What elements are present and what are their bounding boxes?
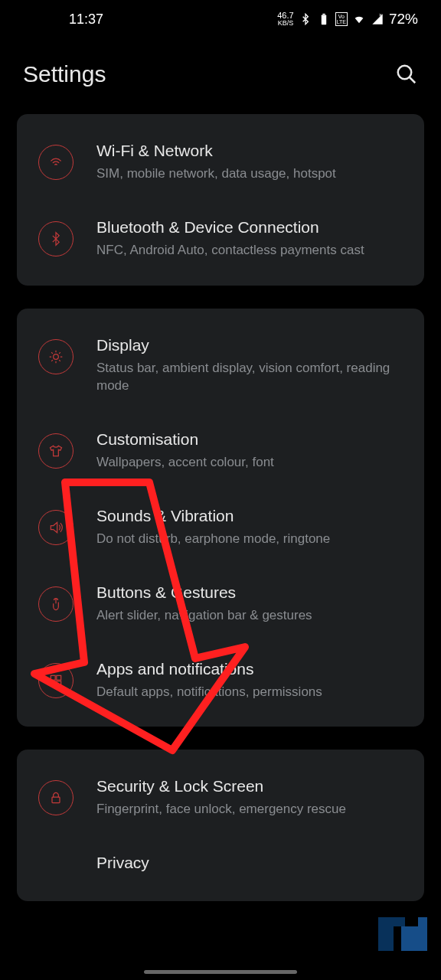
status-time: 11:37 (69, 11, 103, 28)
sound-icon (38, 510, 74, 545)
battery-percent: 72% (389, 11, 418, 28)
svg-point-5 (54, 354, 59, 359)
home-indicator[interactable] (144, 970, 297, 974)
data-speed: 46.7 KB/S (277, 11, 293, 27)
item-title: Apps and notifications (96, 660, 407, 678)
wifi-icon (38, 145, 74, 180)
settings-list: Wi-Fi & Network SIM, mobile network, dat… (0, 114, 441, 901)
svg-rect-10 (52, 798, 60, 804)
svg-rect-15 (394, 933, 400, 948)
item-title: Wi-Fi & Network (96, 142, 407, 160)
item-subtitle: NFC, Android Auto, contactless payments … (96, 241, 407, 260)
settings-group: Wi-Fi & Network SIM, mobile network, dat… (17, 114, 424, 286)
status-bar: 11:37 46.7 KB/S VoLTE × 72% (0, 0, 441, 38)
svg-rect-6 (51, 675, 55, 680)
wifi-icon (352, 13, 366, 25)
settings-item-buttons[interactable]: Buttons & Gestures Alert slider, navigat… (17, 565, 424, 642)
item-title: Bluetooth & Device Connection (96, 218, 407, 237)
svg-rect-1 (322, 14, 325, 15)
settings-item-bluetooth[interactable]: Bluetooth & Device Connection NFC, Andro… (17, 200, 424, 276)
item-subtitle: Default apps, notifications, permissions (96, 683, 407, 701)
settings-item-customisation[interactable]: Customisation Wallpapers, accent colour,… (17, 412, 424, 488)
svg-line-4 (410, 77, 416, 83)
svg-rect-8 (51, 681, 55, 685)
watermark-logo (372, 911, 433, 957)
battery-small-icon (317, 13, 331, 25)
svg-rect-9 (57, 681, 61, 685)
settings-item-privacy[interactable]: Privacy (17, 835, 424, 892)
settings-item-security[interactable]: Security & Lock Screen Fingerprint, face… (17, 759, 424, 835)
settings-item-display[interactable]: Display Status bar, ambient display, vis… (17, 318, 424, 413)
shirt-icon (38, 433, 74, 469)
settings-item-apps[interactable]: Apps and notifications Default apps, not… (17, 642, 424, 718)
gesture-icon (38, 586, 74, 622)
svg-rect-7 (57, 675, 61, 680)
item-title: Display (96, 336, 407, 354)
svg-text:×: × (379, 13, 382, 18)
signal-icon: × (371, 13, 384, 25)
item-title: Privacy (96, 854, 407, 872)
svg-rect-0 (321, 15, 325, 24)
status-icons: 46.7 KB/S VoLTE × 72% (277, 11, 418, 28)
svg-rect-14 (418, 917, 427, 951)
lock-icon (38, 780, 74, 815)
item-subtitle: Do not disturb, earphone mode, ringtone (96, 530, 407, 548)
svg-rect-12 (378, 917, 405, 926)
item-title: Customisation (96, 430, 407, 449)
item-title: Buttons & Gestures (96, 583, 407, 602)
settings-item-wifi[interactable]: Wi-Fi & Network SIM, mobile network, dat… (17, 123, 424, 200)
item-subtitle: SIM, mobile network, data usage, hotspot (96, 165, 407, 183)
page-title: Settings (23, 61, 106, 87)
settings-item-sounds[interactable]: Sounds & Vibration Do not disturb, earph… (17, 488, 424, 565)
item-subtitle: Status bar, ambient display, vision comf… (96, 359, 407, 396)
grid-icon (38, 663, 74, 698)
settings-group: Display Status bar, ambient display, vis… (17, 309, 424, 727)
header: Settings (0, 38, 441, 114)
volte-badge: VoLTE (335, 12, 348, 26)
display-icon (38, 339, 74, 374)
search-icon[interactable] (395, 63, 418, 86)
bluetooth-icon (299, 13, 312, 25)
item-subtitle: Alert slider, navigation bar & gestures (96, 606, 407, 625)
settings-group: Security & Lock Screen Fingerprint, face… (17, 750, 424, 901)
item-title: Security & Lock Screen (96, 777, 407, 795)
bluetooth-icon (38, 221, 74, 256)
item-subtitle: Wallpapers, accent colour, font (96, 453, 407, 472)
item-subtitle: Fingerprint, face unlock, emergency resc… (96, 800, 407, 818)
item-title: Sounds & Vibration (96, 507, 407, 525)
svg-point-3 (398, 66, 412, 80)
